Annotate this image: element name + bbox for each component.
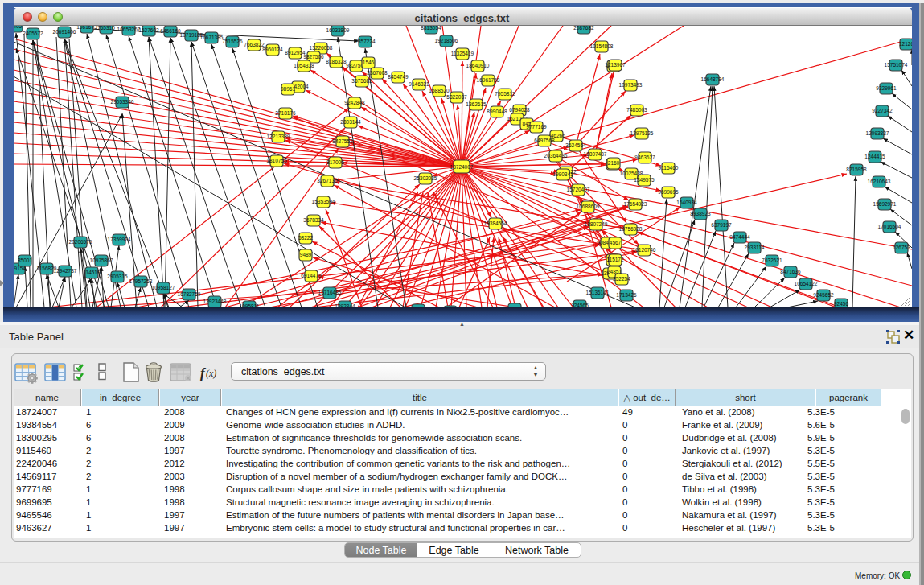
svg-text:16961758: 16961758 — [477, 77, 500, 83]
svg-text:8215958: 8215958 — [846, 167, 867, 172]
svg-text:16210643: 16210643 — [868, 179, 891, 184]
svg-text:1640934: 1640934 — [676, 200, 697, 205]
svg-text:10688609: 10688609 — [577, 204, 600, 209]
svg-text:8990448: 8990448 — [487, 109, 507, 114]
svg-text:20364436: 20364436 — [544, 153, 568, 159]
svg-text:10973493: 10973493 — [619, 82, 643, 88]
svg-text:2718176: 2718176 — [275, 110, 296, 116]
svg-text:10653267: 10653267 — [117, 27, 141, 32]
svg-text:126753: 126753 — [893, 245, 910, 250]
svg-text:17016504: 17016504 — [878, 224, 901, 229]
svg-text:13226058: 13226058 — [310, 45, 333, 51]
svg-text:1527602: 1527602 — [138, 27, 159, 33]
svg-text:2803144: 2803144 — [340, 119, 361, 125]
svg-text:17359924: 17359924 — [108, 237, 131, 242]
svg-text:18640910: 18640910 — [466, 63, 490, 68]
svg-text:29053346: 29053346 — [111, 99, 134, 105]
svg-text:12923448: 12923448 — [203, 299, 227, 304]
svg-text:8960124: 8960124 — [262, 47, 283, 52]
svg-text:9242848: 9242848 — [344, 100, 365, 105]
svg-text:1349575: 1349575 — [634, 177, 655, 183]
svg-text:20691406: 20691406 — [53, 29, 76, 35]
svg-text:7663822: 7663822 — [244, 42, 265, 47]
svg-text:7485003: 7485003 — [626, 107, 647, 113]
svg-text:17654923: 17654923 — [624, 201, 647, 207]
svg-text:1588520: 1588520 — [429, 88, 450, 93]
svg-text:10958127: 10958127 — [152, 285, 175, 290]
svg-text:1292344: 1292344 — [335, 303, 355, 307]
svg-text:16782759: 16782759 — [178, 291, 201, 297]
svg-text:12975125: 12975125 — [630, 130, 654, 136]
svg-text:10807487: 10807487 — [584, 151, 607, 157]
svg-text:1362615: 1362615 — [466, 101, 487, 107]
svg-text:3678334: 3678334 — [303, 217, 324, 223]
svg-text:15751074: 15751074 — [885, 62, 908, 68]
svg-text:18807249: 18807249 — [585, 221, 608, 227]
svg-text:7632621: 7632621 — [762, 257, 782, 263]
svg-text:167827: 167827 — [409, 307, 427, 307]
svg-text:(x): (x) — [206, 368, 216, 379]
svg-text:8427552: 8427552 — [332, 138, 353, 144]
svg-text:114519: 114519 — [83, 270, 101, 275]
svg-text:5322037: 5322037 — [446, 94, 467, 100]
svg-text:20206576: 20206576 — [69, 239, 92, 245]
svg-text:1810755: 1810755 — [266, 158, 287, 163]
svg-text:98961: 98961 — [281, 86, 295, 92]
svg-text:85001: 85001 — [18, 257, 32, 263]
svg-text:8186328: 8186328 — [326, 59, 347, 64]
svg-text:252254: 252254 — [613, 276, 630, 282]
svg-text:1054338: 1054338 — [294, 63, 314, 68]
svg-text:10654122: 10654122 — [795, 281, 818, 286]
svg-text:765310: 765310 — [97, 26, 115, 31]
svg-text:1546: 1546 — [363, 60, 375, 65]
svg-text:1244415: 1244415 — [864, 154, 885, 159]
svg-text:10756928: 10756928 — [619, 226, 643, 232]
svg-text:1961673: 1961673 — [76, 26, 97, 30]
svg-text:12942737: 12942737 — [54, 268, 77, 274]
svg-text:10975867: 10975867 — [90, 257, 113, 263]
svg-text:11325419: 11325419 — [451, 51, 474, 56]
svg-text:8471636: 8471636 — [780, 269, 801, 274]
svg-text:16033809: 16033809 — [326, 27, 350, 33]
svg-text:25302035: 25302035 — [414, 175, 437, 181]
svg-text:10154808: 10154808 — [590, 43, 614, 49]
svg-text:16648784: 16648784 — [701, 76, 725, 82]
svg-text:3267130: 3267130 — [317, 178, 338, 183]
svg-text:924565: 924565 — [571, 303, 589, 307]
svg-text:8912954: 8912954 — [285, 50, 306, 56]
svg-text:9245652: 9245652 — [813, 292, 834, 298]
svg-text:15136141: 15136141 — [586, 290, 610, 295]
svg-text:9474444: 9474444 — [729, 234, 750, 240]
svg-text:115172: 115172 — [606, 257, 624, 262]
svg-text:7515526: 7515526 — [222, 39, 243, 44]
svg-text:15353594: 15353594 — [312, 199, 335, 204]
svg-text:19384554: 19384554 — [484, 220, 507, 226]
svg-text:9699695: 9699695 — [658, 189, 679, 195]
svg-text:9777169: 9777169 — [526, 124, 547, 130]
svg-text:15692971: 15692971 — [873, 201, 897, 207]
svg-text:15716485: 15716485 — [318, 290, 342, 295]
svg-text:9115460: 9115460 — [659, 165, 679, 171]
svg-text:17957253: 17957253 — [129, 278, 153, 284]
svg-text:9827506: 9827506 — [303, 54, 324, 60]
svg-text:2160: 2160 — [608, 160, 620, 166]
svg-text:4567: 4567 — [610, 240, 622, 245]
svg-text:6914479: 6914479 — [301, 273, 322, 278]
svg-text:16120746: 16120746 — [633, 247, 656, 253]
svg-text:2933114: 2933114 — [745, 245, 765, 250]
svg-text:6466160: 6466160 — [160, 28, 181, 34]
svg-text:9227342: 9227342 — [872, 108, 893, 113]
svg-text:9329961: 9329961 — [876, 85, 897, 91]
svg-text:12213389: 12213389 — [267, 134, 290, 139]
svg-text:2367608: 2367608 — [367, 70, 388, 76]
svg-text:8813054: 8813054 — [421, 26, 441, 31]
svg-text:3675685: 3675685 — [351, 78, 372, 84]
svg-text:2405: 2405 — [14, 26, 23, 29]
svg-text:9489: 9489 — [300, 252, 312, 257]
svg-text:3624554: 3624554 — [565, 142, 586, 148]
svg-text:1990341: 1990341 — [552, 171, 573, 177]
svg-text:9463627: 9463627 — [634, 154, 655, 160]
svg-text:1095811: 1095811 — [240, 303, 260, 307]
svg-text:6379197: 6379197 — [711, 222, 732, 228]
svg-text:58222: 58222 — [298, 235, 313, 241]
